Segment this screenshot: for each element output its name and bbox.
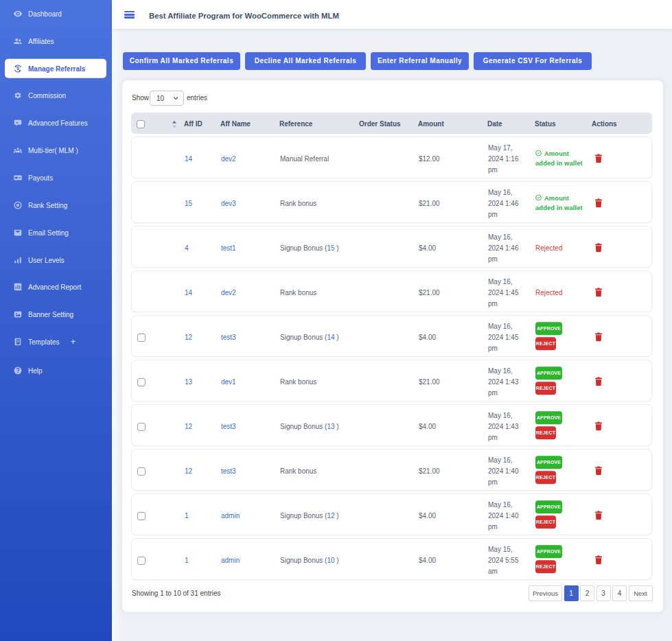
svg-text:$: $ [16, 66, 19, 71]
